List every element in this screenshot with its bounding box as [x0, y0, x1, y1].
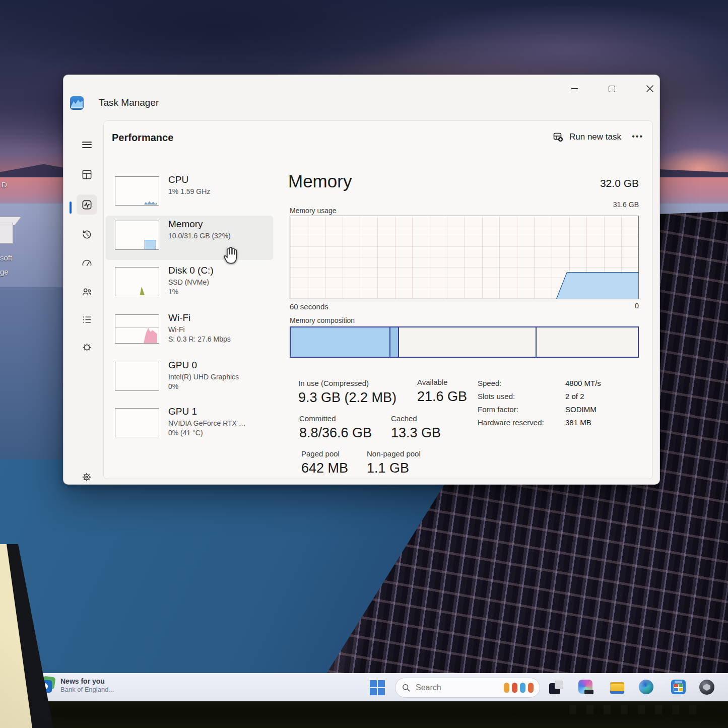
detail-hardware-reserved: Hardware reserved: 381 MB	[478, 418, 591, 427]
stat-label: Committed	[299, 414, 372, 423]
perf-item-gpu0[interactable]: GPU 0 Intel(R) UHD Graphics 0%	[107, 359, 274, 402]
graph-timeline-right: 0	[557, 301, 639, 310]
stat-label: In use (Compressed)	[298, 379, 396, 387]
perf-item-detail: 0% (41 °C)	[168, 429, 203, 437]
sidebar-item-performance[interactable]	[77, 194, 97, 215]
laptop-bezel-logo-marks	[569, 705, 700, 714]
memory-composition-label: Memory composition	[290, 316, 355, 324]
start-button[interactable]	[370, 680, 385, 695]
sidebar-item-users[interactable]	[77, 282, 97, 302]
perf-item-memory[interactable]: Memory 10.0/31.6 GB (32%)	[107, 218, 274, 261]
detail-label: Hardware reserved:	[478, 418, 565, 427]
perf-item-detail: Wi-Fi	[168, 325, 185, 334]
close-icon	[646, 85, 653, 92]
stat-label: Non-paged pool	[367, 449, 421, 458]
widget-headline: News for you	[60, 677, 114, 686]
steam-button[interactable]	[699, 680, 715, 696]
menu-hamburger-button[interactable]	[77, 135, 97, 155]
file-explorer-button[interactable]	[610, 680, 626, 696]
detail-form-factor: Form factor: SODIMM	[478, 405, 597, 414]
stat-committed: Committed 8.8/36.6 GB	[299, 414, 372, 441]
memory-usage-graph	[290, 216, 639, 299]
perf-item-detail: 1%	[168, 288, 178, 296]
stat-value: 21.6 GB	[417, 389, 467, 405]
stat-value: 8.8/36.6 GB	[299, 425, 372, 441]
perf-item-detail: NVIDIA GeForce RTX …	[168, 419, 246, 427]
stat-value: 1.1 GB	[367, 460, 421, 476]
composition-in-use-segment	[291, 327, 390, 357]
stat-cached: Cached 13.3 GB	[391, 414, 441, 441]
perf-item-detail: 10.0/31.6 GB (32%)	[168, 232, 231, 240]
performance-icon	[81, 199, 93, 211]
processes-icon	[81, 169, 93, 180]
gpu1-mini-graph	[115, 408, 159, 437]
memory-mini-graph	[115, 221, 159, 250]
stat-paged-pool: Paged pool 642 MB	[301, 449, 348, 476]
task-view-icon	[555, 681, 563, 689]
perf-item-name: Disk 0 (C:)	[168, 265, 214, 276]
sidebar-item-startup-apps[interactable]	[77, 253, 97, 273]
composition-standby-segment	[399, 327, 537, 357]
microsoft-store-button[interactable]	[671, 680, 687, 696]
gear-icon	[81, 471, 93, 483]
stat-label: Available	[417, 378, 467, 386]
perf-item-detail: S: 0.3 R: 27.6 Mbps	[168, 335, 231, 343]
perf-item-gpu1[interactable]: GPU 1 NVIDIA GeForce RTX … 0% (41 °C)	[107, 405, 274, 448]
edge-browser-button[interactable]	[639, 680, 655, 696]
sidebar-item-services[interactable]	[77, 337, 97, 357]
stat-label: Cached	[391, 414, 441, 423]
services-icon	[81, 342, 93, 353]
stat-label: Paged pool	[301, 449, 348, 458]
windows-logo-icon	[370, 680, 377, 687]
graph-timeline-left: 60 seconds	[290, 302, 328, 311]
run-new-task-button[interactable]: Run new task	[552, 131, 621, 143]
cube-front-face	[0, 223, 13, 244]
desktop-icon-label-fragment: soft	[0, 253, 12, 262]
sidebar-item-processes[interactable]	[77, 164, 97, 184]
taskbar-search[interactable]	[395, 678, 540, 698]
more-options-button[interactable]: •••	[632, 132, 643, 141]
detail-value: 2 of 2	[565, 392, 584, 401]
sidebar-item-app-history[interactable]	[77, 224, 97, 244]
perf-item-disk[interactable]: Disk 0 (C:) SSD (NVMe) 1%	[107, 264, 274, 307]
search-highlights-icon	[504, 683, 534, 693]
maximize-button[interactable]	[601, 80, 623, 97]
copilot-badge	[584, 690, 593, 694]
page-title: Performance	[112, 132, 173, 144]
sidebar-item-details[interactable]	[77, 309, 97, 329]
perf-item-name: GPU 1	[168, 406, 197, 417]
detail-value: 381 MB	[565, 418, 591, 427]
windows-logo-icon	[378, 688, 385, 695]
folder-icon	[610, 684, 624, 691]
app-history-icon	[81, 229, 93, 240]
perf-item-detail: 1% 1.59 GHz	[168, 187, 210, 195]
wifi-mini-graph	[115, 314, 159, 344]
perf-item-wifi[interactable]: Wi-Fi Wi-Fi S: 0.3 R: 27.6 Mbps	[107, 311, 274, 355]
close-button[interactable]	[639, 80, 661, 97]
desktop-icon-label-fragment: ge	[0, 268, 9, 276]
gpu0-mini-graph	[115, 362, 159, 391]
windows-logo-icon	[370, 688, 377, 695]
perf-item-detail: Intel(R) UHD Graphics	[168, 373, 239, 381]
taskbar: News for you Bank of England...	[20, 673, 728, 702]
task-view-button[interactable]	[548, 680, 564, 696]
hamburger-icon	[82, 140, 92, 150]
perf-item-cpu[interactable]: CPU 1% 1.59 GHz	[107, 173, 274, 217]
stat-available: Available 21.6 GB	[417, 378, 467, 405]
detail-label: Speed:	[478, 379, 565, 387]
widgets-button[interactable]: News for you Bank of England...	[38, 677, 114, 694]
startup-apps-icon	[81, 257, 93, 269]
widget-subline: Bank of England...	[60, 686, 114, 693]
composition-free-segment	[537, 327, 638, 357]
search-input[interactable]	[415, 683, 487, 693]
details-icon	[81, 314, 93, 325]
settings-button[interactable]	[77, 467, 97, 487]
desktop-shortcut-icon[interactable]	[0, 216, 21, 244]
run-new-task-label: Run new task	[569, 132, 621, 142]
copilot-button[interactable]	[578, 680, 594, 696]
cpu-mini-graph	[115, 176, 159, 206]
store-icon	[671, 680, 686, 694]
minimize-button[interactable]	[563, 80, 585, 97]
detail-label: Slots used:	[478, 392, 565, 401]
perf-item-name: Memory	[168, 219, 203, 230]
